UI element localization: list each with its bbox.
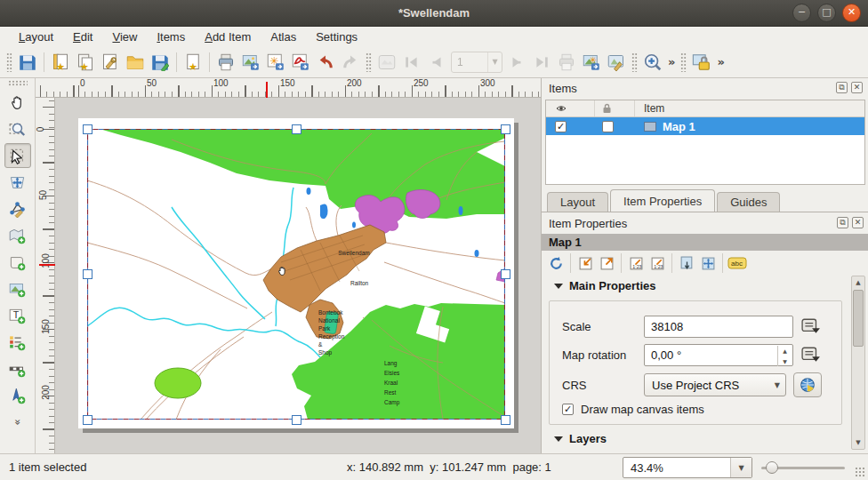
scale-data-defined-button[interactable] <box>799 316 823 338</box>
view-scale-in-canvas-button[interactable]: 1:23 <box>647 253 668 273</box>
print-button[interactable] <box>213 50 238 75</box>
map1-lock-checkbox[interactable] <box>602 121 614 132</box>
items-panel-close-button[interactable]: ✕ <box>851 82 863 93</box>
add-legend-tool-button[interactable] <box>4 330 31 355</box>
menu-add-item[interactable]: Add Item <box>195 28 261 45</box>
selection-handle-nw[interactable] <box>83 124 92 134</box>
layout-page[interactable]: Swellendam Railton Bontebok National Par… <box>78 118 514 428</box>
add-scalebar-tool-button[interactable] <box>4 356 31 381</box>
set-scale-to-canvas-button[interactable]: 1:23 <box>625 253 647 273</box>
rotation-data-defined-button[interactable] <box>799 345 823 366</box>
selection-handle-e[interactable] <box>501 269 510 279</box>
close-button[interactable]: ✕ <box>842 4 861 22</box>
redo-button[interactable] <box>338 50 363 75</box>
save-as-button[interactable] <box>148 50 173 75</box>
export-pdf-button[interactable] <box>288 50 313 75</box>
lock-toolbar-overflow[interactable]: » <box>714 55 727 68</box>
edit-nodes-tool-button[interactable] <box>4 196 31 221</box>
selection-handle-n[interactable] <box>292 124 301 134</box>
crs-dropdown[interactable]: Use Project CRS ▼ <box>644 373 786 396</box>
layout-manager-button[interactable] <box>98 50 123 75</box>
scroll-up-arrow[interactable]: ▲ <box>852 276 864 289</box>
map-item[interactable]: Swellendam Railton Bontebok National Par… <box>87 129 505 420</box>
menu-view[interactable]: View <box>102 28 147 45</box>
layout-canvas[interactable]: Swellendam Railton Bontebok National Par… <box>36 78 541 453</box>
export-atlas-button[interactable]: ✳ <box>579 50 604 75</box>
add-pages-button[interactable]: ★ <box>181 50 205 75</box>
add-3d-map-tool-button[interactable] <box>4 250 31 275</box>
selection-handle-sw[interactable] <box>83 415 92 425</box>
map-rotation-spinbox[interactable]: 0,00 ° ▲ ▼ <box>644 344 793 366</box>
select-crs-button[interactable] <box>793 372 822 397</box>
menu-edit[interactable]: Edit <box>63 28 102 45</box>
save-project-button[interactable] <box>15 50 40 75</box>
selection-handle-ne[interactable] <box>501 124 510 134</box>
rotation-spin-down[interactable]: ▼ <box>778 356 792 367</box>
duplicate-layout-button[interactable]: ★ <box>73 50 98 75</box>
items-panel-float-button[interactable]: ⧉ <box>836 82 848 93</box>
add-picture-tool-button[interactable] <box>4 276 31 301</box>
item-properties-float-button[interactable]: ⧉ <box>837 217 848 228</box>
items-row-map1[interactable]: ✓ Map 1 <box>546 117 864 135</box>
pan-tool-button[interactable] <box>4 90 31 115</box>
zoom-toolbar-overflow[interactable]: » <box>665 55 678 68</box>
layers-section[interactable]: Layers <box>542 428 607 449</box>
previous-feature-button[interactable] <box>424 50 449 75</box>
tab-layout[interactable]: Layout <box>547 192 608 212</box>
atlas-page-combobox[interactable]: 1 ▼ <box>451 52 502 73</box>
properties-scrollbar[interactable]: ▲ ▼ <box>851 276 865 450</box>
last-feature-button[interactable] <box>529 50 554 75</box>
export-image-button[interactable] <box>238 50 263 75</box>
next-feature-button[interactable] <box>504 50 529 75</box>
toolbox-overflow-button[interactable]: » <box>4 410 31 435</box>
toolbar-drag-handle[interactable] <box>6 52 12 72</box>
main-properties-section[interactable]: Main Properties <box>542 276 868 296</box>
add-map-tool-button[interactable] <box>4 223 31 248</box>
toolbox-drag-handle[interactable] <box>8 80 28 86</box>
menu-atlas[interactable]: Atlas <box>261 28 306 45</box>
zoom-slider-handle[interactable] <box>766 461 778 474</box>
minimize-button[interactable]: ─ <box>792 4 811 22</box>
scrollbar-thumb[interactable] <box>853 290 864 347</box>
new-layout-button[interactable]: ★ <box>48 50 73 75</box>
labeling-settings-button[interactable]: abc <box>727 253 748 273</box>
scroll-down-arrow[interactable]: ▼ <box>852 436 864 449</box>
rotation-spin-up[interactable]: ▲ <box>778 346 792 356</box>
maximize-button[interactable]: □ <box>817 4 836 22</box>
item-properties-close-button[interactable]: ✕ <box>852 217 864 228</box>
zoom-level-combobox[interactable]: 43.4% ▼ <box>623 457 752 478</box>
menu-settings[interactable]: Settings <box>306 28 367 45</box>
scale-input[interactable]: 38108 <box>644 316 793 338</box>
add-label-tool-button[interactable]: T <box>4 303 31 328</box>
selection-handle-s[interactable] <box>292 415 301 425</box>
map1-visibility-checkbox[interactable]: ✓ <box>555 121 567 132</box>
zoom-in-button[interactable] <box>640 50 665 75</box>
atlas-settings-button[interactable] <box>604 50 629 75</box>
move-map-content-button[interactable] <box>697 253 719 273</box>
toolbar-drag-handle[interactable] <box>680 52 687 72</box>
open-button[interactable] <box>123 50 148 75</box>
toolbar-drag-handle[interactable] <box>631 52 638 72</box>
print-atlas-button[interactable] <box>554 50 579 75</box>
move-item-content-tool-button[interactable] <box>4 170 31 195</box>
undo-button[interactable] <box>313 50 338 75</box>
draw-map-canvas-items-checkbox[interactable]: ✓ <box>562 404 574 415</box>
selection-handle-se[interactable] <box>501 415 510 425</box>
preview-atlas-button[interactable] <box>374 50 399 75</box>
select-move-item-tool-button[interactable] <box>4 143 31 168</box>
menu-layout[interactable]: Layout <box>9 28 63 45</box>
tab-item-properties[interactable]: Item Properties <box>610 189 715 212</box>
zoom-tool-button[interactable] <box>4 116 31 141</box>
export-svg-button[interactable]: ✳ <box>263 50 288 75</box>
title-bar[interactable]: *Swellendam ─ □ ✕ <box>0 0 868 27</box>
interactively-edit-extent-button[interactable] <box>676 253 697 273</box>
zoom-slider[interactable] <box>761 467 845 469</box>
tab-guides[interactable]: Guides <box>717 192 780 212</box>
lock-items-button[interactable] <box>689 50 714 75</box>
first-feature-button[interactable] <box>399 50 424 75</box>
window-resize-grip[interactable] <box>855 467 865 477</box>
view-extent-in-canvas-button[interactable] <box>596 253 617 273</box>
add-north-arrow-tool-button[interactable] <box>4 383 31 408</box>
selection-handle-w[interactable] <box>83 269 92 279</box>
menu-items[interactable]: Items <box>147 28 195 45</box>
